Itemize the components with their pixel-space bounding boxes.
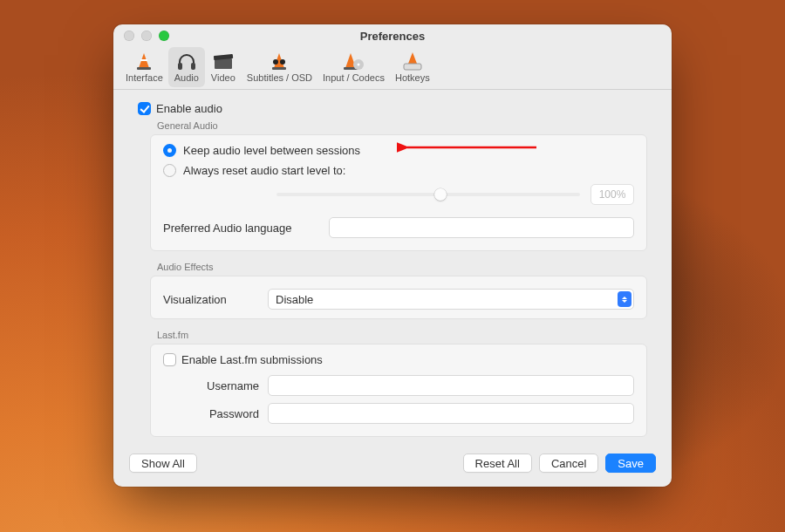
close-window-button[interactable] (124, 31, 134, 41)
cone-icon (131, 50, 157, 72)
desktop-background: Preferences Interface Audio Video (0, 0, 785, 532)
save-button[interactable]: Save (605, 454, 656, 473)
reset-all-button[interactable]: Reset All (463, 454, 532, 473)
lastfm-username-label: Username (163, 379, 259, 392)
tab-video[interactable]: Video (205, 47, 242, 87)
tab-label: Interface (126, 72, 163, 83)
cone-disc-icon (340, 50, 366, 72)
lastfm-username-input[interactable] (268, 375, 634, 396)
radio-reset-level-input[interactable] (163, 164, 176, 177)
headphones-icon (174, 50, 200, 72)
visualization-row: Visualization Disable (163, 289, 634, 310)
audio-level-radio-group: Keep audio level between sessions Always… (163, 144, 634, 177)
tab-interface[interactable]: Interface (120, 47, 168, 87)
radio-keep-level[interactable]: Keep audio level between sessions (163, 144, 634, 157)
general-audio-panel: Keep audio level between sessions Always… (150, 134, 647, 251)
radio-reset-level[interactable]: Always reset audio start level to: (163, 164, 634, 177)
enable-audio-checkbox[interactable] (138, 102, 151, 115)
svg-rect-2 (140, 59, 147, 61)
start-level-value: 100% (590, 184, 634, 205)
clapper-icon (210, 50, 236, 72)
window-titlebar: Preferences (113, 24, 672, 47)
tab-label: Audio (174, 72, 199, 83)
svg-point-10 (280, 59, 285, 65)
tab-label: Subtitles / OSD (247, 72, 312, 83)
cone-keyboard-icon (399, 50, 426, 72)
preferences-window: Preferences Interface Audio Video (113, 24, 672, 487)
cancel-button[interactable]: Cancel (539, 454, 598, 473)
preferences-footer: Show All Reset All Cancel Save (113, 443, 672, 487)
radio-keep-level-input[interactable] (163, 144, 176, 157)
svg-marker-15 (408, 52, 417, 64)
lastfm-panel: Enable Last.fm submissions Username Pass… (150, 344, 647, 437)
window-title: Preferences (360, 30, 425, 43)
svg-rect-4 (191, 63, 195, 70)
visualization-select[interactable]: Disable (268, 289, 634, 310)
lastfm-enable-checkbox[interactable] (163, 353, 176, 366)
radio-label: Always reset audio start level to: (183, 164, 345, 177)
lastfm-section-label: Last.fm (157, 330, 647, 340)
chevrons-icon (618, 291, 631, 307)
show-all-button[interactable]: Show All (129, 454, 197, 473)
svg-rect-1 (137, 67, 151, 70)
tab-label: Hotkeys (395, 72, 430, 83)
lastfm-password-label: Password (163, 407, 259, 420)
tab-label: Input / Codecs (323, 72, 385, 83)
svg-point-14 (358, 64, 360, 66)
lastfm-password-input[interactable] (268, 403, 634, 424)
enable-audio-label: Enable audio (156, 102, 222, 115)
lastfm-enable-label: Enable Last.fm submissions (181, 353, 323, 366)
visualization-value: Disable (276, 293, 313, 306)
audio-effects-section-label: Audio Effects (157, 262, 647, 272)
tab-audio[interactable]: Audio (168, 47, 205, 87)
enable-audio-row: Enable audio (138, 102, 647, 115)
tab-hotkeys[interactable]: Hotkeys (390, 47, 435, 87)
visualization-label: Visualization (163, 293, 259, 306)
radio-label: Keep audio level between sessions (183, 144, 360, 157)
audio-effects-panel: Visualization Disable (150, 276, 647, 319)
svg-rect-8 (272, 67, 286, 70)
preferred-language-input[interactable] (329, 217, 634, 238)
tab-input-codecs[interactable]: Input / Codecs (317, 47, 390, 87)
start-level-slider[interactable] (276, 193, 580, 196)
minimize-window-button[interactable] (141, 31, 152, 41)
start-level-row: 100% (163, 184, 634, 205)
lastfm-password-row: Password (163, 403, 634, 424)
preferences-toolbar: Interface Audio Video Subtitles / OSD (113, 47, 672, 90)
preferred-language-row: Preferred Audio language (163, 217, 634, 238)
preferred-language-label: Preferred Audio language (163, 222, 320, 235)
svg-point-9 (273, 59, 278, 65)
window-controls (124, 31, 169, 41)
audio-pane: Enable audio General Audio Keep audio le… (113, 90, 672, 443)
svg-rect-16 (404, 64, 421, 70)
general-audio-section-label: General Audio (157, 120, 647, 131)
tab-label: Video (211, 72, 236, 83)
cone-glasses-icon (266, 50, 292, 72)
lastfm-enable-row: Enable Last.fm submissions (163, 353, 634, 366)
svg-rect-3 (178, 63, 182, 70)
zoom-window-button[interactable] (159, 31, 169, 41)
lastfm-username-row: Username (163, 375, 634, 396)
tab-subtitles-osd[interactable]: Subtitles / OSD (242, 47, 317, 87)
svg-rect-5 (215, 58, 232, 69)
